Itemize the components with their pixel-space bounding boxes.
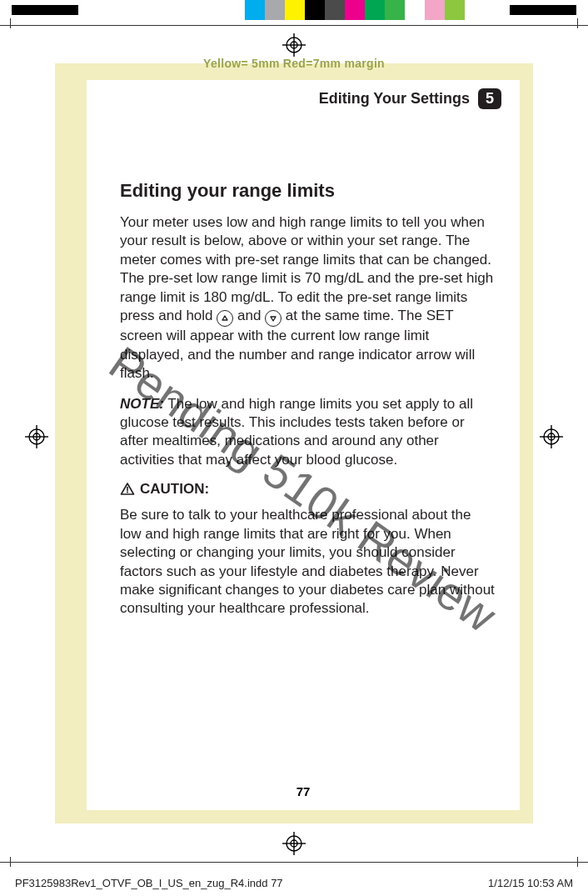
page-live-area: Editing Your Settings 5 Editing your ran… (87, 80, 520, 810)
color-swatch (305, 0, 325, 20)
color-swatch (405, 0, 425, 20)
colorbar-endcap-left (12, 5, 78, 15)
colorbar-endcap-right (510, 5, 576, 15)
color-swatch (425, 0, 445, 20)
registration-mark-icon (282, 832, 306, 855)
color-swatch (445, 0, 465, 20)
color-swatch (325, 0, 345, 20)
paragraph-intro: Your meter uses low and high range limit… (120, 213, 495, 383)
color-swatch (345, 0, 365, 20)
registration-mark-icon (540, 425, 563, 448)
trim-line-bottom (0, 862, 588, 863)
page-bleed-area: Yellow= 5mm Red=7mm margin Editing Your … (55, 63, 533, 823)
paragraph-text: The low and high range limits you set ap… (120, 396, 473, 468)
color-swatch (245, 0, 265, 20)
page-number: 77 (87, 784, 520, 798)
registration-mark-icon (282, 33, 306, 57)
color-swatch (365, 0, 385, 20)
color-swatch (465, 0, 485, 20)
crop-tick (10, 18, 11, 28)
section-heading: Editing your range limits (120, 180, 495, 202)
color-swatches (245, 0, 485, 20)
up-arrow-button-icon (217, 310, 233, 327)
caution-heading: CAUTION: (120, 481, 495, 498)
crop-tick (10, 857, 11, 867)
color-swatch (265, 0, 285, 20)
print-color-bar (0, 0, 588, 20)
body-content: Editing your range limits Your meter use… (120, 180, 495, 630)
note-label: NOTE: (120, 396, 164, 412)
chapter-number-badge: 5 (478, 88, 501, 109)
running-head: Editing Your Settings 5 (319, 88, 501, 109)
margin-note: Yellow= 5mm Red=7mm margin (55, 57, 533, 70)
color-swatch (285, 0, 305, 20)
trim-line-top (0, 25, 588, 26)
paragraph-caution: Be sure to talk to your healthcare profe… (120, 506, 495, 618)
color-swatch (385, 0, 405, 20)
down-arrow-button-icon (265, 310, 282, 327)
slug-line: PF3125983Rev1_OTVF_OB_I_US_en_zug_R4.ind… (15, 877, 573, 889)
svg-point-17 (127, 492, 128, 493)
paragraph-note: NOTE: The low and high range limits you … (120, 395, 495, 470)
caution-label: CAUTION: (140, 481, 209, 498)
crop-tick (577, 18, 578, 28)
paragraph-text: and (237, 308, 265, 323)
slug-file: PF3125983Rev1_OTVF_OB_I_US_en_zug_R4.ind… (15, 877, 283, 889)
warning-triangle-icon (120, 482, 135, 497)
running-head-title: Editing Your Settings (319, 90, 470, 108)
crop-tick (577, 857, 578, 867)
registration-mark-icon (25, 425, 48, 448)
slug-timestamp: 1/12/15 10:53 AM (488, 877, 573, 889)
